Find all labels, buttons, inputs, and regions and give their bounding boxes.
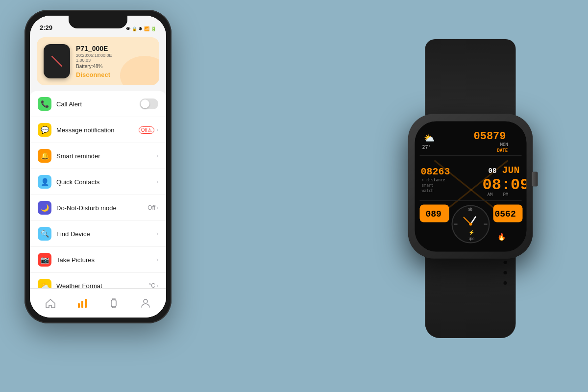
svg-text:100: 100 [468, 237, 474, 241]
weather-icon: ⛅ [38, 279, 51, 288]
watch-strap-top [425, 39, 516, 120]
menu-item-weather[interactable]: ⛅ Weather Format °C › [30, 273, 166, 288]
status-icons: 👁 🔒 ✱ 📶 🔋 [126, 26, 156, 31]
svg-text:0562: 0562 [494, 209, 515, 219]
find-icon: 🔍 [38, 227, 51, 241]
watch-case: ⛅ 27° 05879 MON DATE 08263 ⚡ distance sm… [408, 114, 533, 259]
camera-chevron-icon: › [156, 256, 158, 263]
menu-item-contacts[interactable]: 👤 Quick Contacts › [30, 169, 166, 195]
svg-rect-2 [85, 299, 87, 308]
svg-point-34 [469, 222, 472, 225]
svg-rect-1 [81, 301, 83, 308]
nav-profile[interactable] [136, 294, 155, 313]
find-label: Find Device [56, 230, 156, 238]
weather-value: °C [149, 282, 155, 288]
svg-text:AM: AM [487, 192, 492, 196]
message-label: Message notification [56, 126, 139, 134]
weather-chevron-icon: › [156, 282, 158, 288]
contacts-label: Quick Contacts [56, 178, 156, 186]
menu-item-reminder[interactable]: 🔔 Smart reminder › [30, 143, 166, 169]
svg-text:⚡: ⚡ [468, 229, 474, 235]
message-chevron-icon: › [156, 126, 158, 133]
watch-crown [532, 172, 538, 186]
weather-label: Weather Format [56, 282, 149, 289]
svg-point-4 [144, 299, 147, 303]
watch-thumbnail [44, 44, 70, 78]
camera-label: Take Pictures [56, 256, 156, 264]
phone-screen: 2:29 👁 🔒 ✱ 📶 🔋 P71_000E 20:23:05:10:00:0… [30, 16, 166, 318]
dnd-icon: 🌙 [38, 201, 51, 215]
svg-text:50: 50 [468, 207, 472, 211]
status-time: 2:29 [40, 24, 52, 31]
svg-text:🔥: 🔥 [497, 232, 506, 241]
contacts-icon: 👤 [38, 175, 51, 189]
svg-text:08: 08 [488, 167, 496, 174]
svg-text:JUN: JUN [502, 164, 519, 175]
disconnect-button[interactable]: Disconnect [76, 71, 152, 78]
smartwatch-device: ⛅ 27° 05879 MON DATE 08263 ⚡ distance sm… [382, 24, 559, 348]
phone-device: 2:29 👁 🔒 ✱ 📶 🔋 P71_000E 20:23:05:10:00:0… [24, 10, 172, 323]
device-battery: Battery:48% [76, 64, 152, 69]
call-alert-label: Call Alert [56, 100, 140, 108]
device-name: P71_000E [76, 45, 152, 52]
message-off-badge: Off⚠ [139, 126, 154, 134]
watch-screen: ⛅ 27° 05879 MON DATE 08263 ⚡ distance sm… [415, 121, 526, 251]
find-chevron-icon: › [156, 230, 158, 237]
phone-notch [69, 16, 127, 28]
svg-text:08263: 08263 [420, 166, 450, 177]
device-id: 20:23:05:10:00:0E [76, 53, 152, 58]
message-icon: 💬 [38, 123, 51, 137]
svg-text:⚡ distance: ⚡ distance [421, 177, 445, 182]
dnd-value: Off [147, 204, 155, 211]
svg-text:08:09: 08:09 [482, 175, 526, 194]
menu-item-call-alert[interactable]: 📞 Call Alert [30, 91, 166, 117]
svg-text:MON: MON [500, 142, 508, 147]
watch-face: ⛅ 27° 05879 MON DATE 08263 ⚡ distance sm… [415, 121, 526, 251]
call-alert-toggle[interactable] [140, 98, 158, 109]
call-alert-icon: 📞 [38, 97, 51, 111]
reminder-label: Smart reminder [56, 152, 156, 160]
nav-home[interactable] [41, 294, 60, 313]
svg-text:27°: 27° [422, 144, 431, 149]
dnd-chevron-icon: › [156, 204, 158, 211]
svg-text:089: 089 [425, 209, 441, 219]
svg-text:⛅: ⛅ [423, 132, 435, 143]
contacts-chevron-icon: › [156, 178, 158, 185]
svg-text:smart: smart [421, 183, 433, 187]
svg-text:watch: watch [421, 188, 433, 193]
device-info: P71_000E 20:23:05:10:00:0E 1.00.03 Batte… [76, 45, 152, 78]
reminder-chevron-icon: › [156, 152, 158, 159]
svg-rect-0 [78, 303, 80, 308]
menu-item-camera[interactable]: 📷 Take Pictures › [30, 247, 166, 273]
menu-item-find[interactable]: 🔍 Find Device › [30, 221, 166, 247]
nav-activity[interactable] [73, 294, 92, 313]
svg-text:05879: 05879 [473, 130, 506, 142]
camera-icon: 📷 [38, 253, 51, 267]
bottom-nav [30, 288, 166, 318]
svg-text:PM: PM [503, 192, 508, 196]
settings-menu: 📞 Call Alert 💬 Message notification Off⚠… [30, 91, 166, 288]
menu-item-dnd[interactable]: 🌙 Do-Not-Disturb mode Off › [30, 195, 166, 221]
device-card: P71_000E 20:23:05:10:00:0E 1.00.03 Batte… [37, 37, 159, 85]
reminder-icon: 🔔 [38, 149, 51, 163]
nav-watch[interactable] [104, 294, 123, 313]
dnd-label: Do-Not-Disturb mode [56, 204, 147, 212]
svg-rect-3 [111, 300, 116, 307]
svg-text:DATE: DATE [497, 147, 508, 152]
device-version: 1.00.03 [76, 58, 152, 63]
menu-item-message[interactable]: 💬 Message notification Off⚠ › [30, 117, 166, 143]
